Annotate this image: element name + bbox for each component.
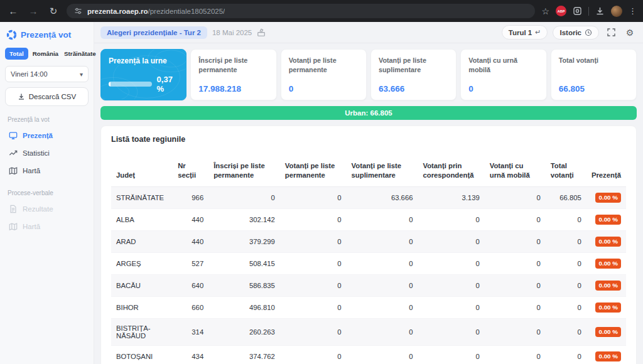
sidebar-item-harta[interactable]: Hartă [5,162,89,179]
numeric-cell: 0 [280,296,347,318]
numeric-cell: 527 [173,252,208,274]
fullscreen-icon[interactable] [604,26,618,40]
numeric-cell: 260.263 [208,318,280,345]
app-logo-icon [6,29,17,40]
numeric-cell: 0 [347,208,418,230]
numeric-cell: 0 [280,252,347,274]
election-badge: Alegeri prezidențiale - Tur 2 [100,26,207,39]
county-name-cell: BOTOȘANI [111,345,173,364]
numeric-cell: 0 [485,186,546,208]
numeric-cell: 0 [546,252,586,274]
bookmark-star-icon[interactable]: ☆ [541,6,549,16]
time-select[interactable]: Vineri 14:00 ▾ [5,66,89,82]
urban-total-bar: Urban: 66.805 [100,106,637,120]
sidebar-item-label: Rezultate [23,205,53,213]
section-header-prezenta-la-vot: Prezență la vot [8,116,86,123]
tab-total[interactable]: Total [5,48,28,60]
sidebar-item-rezultate: Rezultate [5,200,89,218]
county-name-cell: STRĂINĂTATE [111,186,173,208]
table-row: ARGEȘ527508.415000000.00 % [111,252,626,274]
browser-toolbar: ← → ↻ prezenta.roaep.ro/prezidentiale180… [0,0,643,22]
numeric-cell: 63.666 [347,186,418,208]
chart-line-icon [9,149,18,158]
turnout-badge: 0.00 % [595,327,621,337]
stat-card-value: 0 [289,84,359,94]
turnout-cell: 0.00 % [586,230,626,252]
turnout-progress-bar [109,82,152,87]
turul-1-button[interactable]: Turul 1 ↵ [502,25,548,40]
numeric-cell: 0 [347,252,418,274]
numeric-cell: 0 [485,252,546,274]
download-csv-label: Descarcă CSV [29,93,76,100]
browser-reload-icon[interactable]: ↻ [46,4,60,18]
profile-avatar[interactable] [611,6,622,17]
browser-back-icon[interactable]: ← [6,4,20,18]
numeric-cell: 0 [546,274,586,296]
regions-table: JudețNr secțiiÎnscriși pe liste permanen… [111,158,626,364]
download-csv-button[interactable]: Descarcă CSV [5,87,89,106]
browser-forward-icon[interactable]: → [26,4,40,18]
tab-romania[interactable]: România [31,48,60,60]
numeric-cell: 966 [173,186,208,208]
section-header-procese-verbale: Procese-verbale [8,190,86,196]
sidebar-item-prezenta[interactable]: Prezență [5,127,89,144]
stat-card[interactable]: Total votanți 66.805 [551,49,637,100]
sidebar-item-label: Prezență [23,132,53,139]
turnout-badge: 0.00 % [595,215,621,225]
adblock-extension-icon[interactable]: ABP [556,6,566,16]
numeric-cell: 0 [546,345,586,364]
download-icon [18,93,25,100]
stat-card[interactable]: Votanți pe liste suplimentare 63.666 [370,49,457,100]
turnout-badge: 0.00 % [595,302,621,313]
column-header: Votanți pe liste permanente [280,158,347,186]
sidebar-item-harta-pv: Hartă [5,218,89,235]
regions-table-title: Listă toate regiunile [111,135,626,144]
column-header: Județ [111,158,173,186]
election-date: 18 Mai 2025 [212,29,252,36]
browser-menu-icon[interactable]: ⋮ [629,6,637,16]
turnout-cell: 0.00 % [586,252,626,274]
extensions-icon[interactable] [573,6,582,16]
turnout-percentage: 0,37 % [157,75,179,94]
numeric-cell: 434 [173,345,208,364]
numeric-cell: 0 [280,318,347,345]
time-select-value: Vineri 14:00 [11,70,48,78]
enter-arrow-icon: ↵ [535,28,541,36]
app-title: Prezență vot [21,30,71,40]
sidebar-item-label: Hartă [23,223,40,230]
numeric-cell: 0 [546,318,586,345]
turnout-cell: 0.00 % [586,186,626,208]
numeric-cell: 314 [173,318,208,345]
column-header: Votanți cu urnă mobilă [485,158,546,186]
settings-gear-icon[interactable]: ⚙ [623,26,637,40]
turnout-card[interactable]: Prezență la urne 0,37 % [100,49,186,100]
county-name-cell: BISTRIȚA-NĂSĂUD [111,318,173,345]
stat-card-value: 66.805 [559,84,629,94]
turnout-badge: 0.00 % [595,237,621,247]
stat-card[interactable]: Înscriși pe liste permanente 17.988.218 [190,49,276,100]
istoric-button[interactable]: Istoric [553,26,599,40]
site-info-icon[interactable] [74,7,82,15]
numeric-cell: 0 [280,274,347,296]
numeric-cell: 0 [418,230,484,252]
county-name-cell: ARGEȘ [111,252,173,274]
numeric-cell: 0 [347,296,418,318]
numeric-cell: 0 [418,208,484,230]
istoric-label: Istoric [559,29,581,36]
stat-card[interactable]: Votanți cu urnă mobilă 0 [460,49,546,100]
tab-strainatate[interactable]: Străinătate [63,48,97,60]
column-header: Votanți pe liste suplimentare [347,158,418,186]
regions-table-card: Listă toate regiunile JudețNr secțiiÎnsc… [100,126,637,364]
numeric-cell: 3.139 [418,186,484,208]
numeric-cell: 660 [173,296,208,318]
address-bar[interactable]: prezenta.roaep.ro/prezidentiale18052025/ [67,4,535,18]
table-row: BOTOȘANI434374.762000000.00 % [111,345,626,364]
history-clock-icon [585,29,592,36]
column-header: Votanți prin corespondență [418,158,484,186]
sidebar-item-statistici[interactable]: Statistici [5,144,89,162]
downloads-icon[interactable] [595,6,605,16]
stat-card[interactable]: Votanți pe liste permanente 0 [281,49,367,100]
numeric-cell: 0 [418,296,484,318]
numeric-cell: 0 [418,252,484,274]
sidebar-item-label: Statistici [23,149,50,157]
